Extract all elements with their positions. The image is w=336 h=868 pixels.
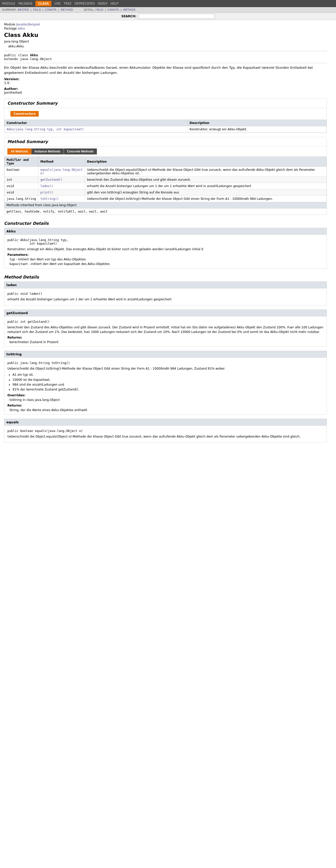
col-constructor-header: Constructor — [5, 120, 188, 126]
method-modifier-4: java.lang.String — [5, 196, 38, 202]
col-method-header: Method — [38, 157, 85, 167]
nav-class-active: CLASS — [35, 1, 52, 6]
summary-constr[interactable]: CONSTR — [45, 8, 57, 11]
constructor-detail-name: Akku — [4, 228, 327, 235]
author-section: Author: jornfreiheit — [4, 87, 327, 94]
method-tostring-list: A1 ein typ ist, 10000 ist die kapazitaet… — [7, 372, 324, 392]
method-modifier-0: boolean — [5, 167, 38, 177]
table-row: Akku(java.lang.String typ, int kapazitae… — [5, 126, 327, 133]
detail-method[interactable]: METHOD — [123, 8, 135, 11]
method-detail-getzustand: getZustand public int getZustand() berec… — [4, 310, 327, 347]
table-row: void print() gibt den von toString() erz… — [5, 189, 327, 196]
constructor-signature: public Akku(java.lang.String typ, int ka… — [7, 238, 324, 245]
method-link-0[interactable]: equals(java.lang.Object o) — [40, 168, 83, 175]
detail-field[interactable]: FIELD — [95, 8, 103, 11]
constructor-details-title: Constructor Details — [4, 219, 327, 228]
search-bar: SEARCH: — [0, 13, 336, 20]
method-laden-body: public void laden() erhoeht die Anzahl b… — [4, 288, 327, 306]
decl-line1: public class Akku — [4, 53, 327, 57]
module-label: Module — [4, 23, 16, 26]
method-tostring-overrides: toString in class java.lang.Object — [9, 398, 324, 402]
col-modifier-header: Modifier and Type — [5, 157, 38, 167]
constructor-summary-title: Constructor Summary — [4, 99, 327, 108]
constructor-params-label: Parameters: — [7, 253, 324, 256]
method-link-3[interactable]: print() — [40, 191, 54, 194]
constructor-summary-table: Constructor Description Akku(java.lang.S… — [4, 120, 327, 133]
nav-deprecated[interactable]: DEPRECATED — [74, 2, 95, 5]
method-laden-header: laden — [4, 282, 327, 288]
constructor-details-section: Constructor Details Akku public Akku(jav… — [4, 219, 327, 269]
inherited-header: Methods inherited from class java.lang.O… — [4, 202, 327, 209]
sep5: | — [121, 8, 122, 11]
method-desc-1: berechnet den Zustand des Akku-Objektes … — [85, 177, 326, 183]
search-label: SEARCH: — [121, 14, 136, 18]
method-equals-desc: Ueberschreibt die Object.equals(Object o… — [7, 434, 324, 439]
method-link-1[interactable]: getZustand() — [40, 178, 63, 182]
method-tostring-body: public java.lang.String toString() Ueber… — [4, 358, 327, 415]
method-getzustand-returns: berechneten Zustand in Prozent — [9, 340, 324, 344]
summary-navigation: SUMMARY: NESTED | FIELD | CONSTR | METHO… — [0, 7, 336, 13]
method-getzustand-desc: berechnet den Zustand des Akku-Objektes … — [7, 325, 324, 334]
constructor-desc: Konstruktor; erzeugt ein Akku-Objekt. — [187, 126, 326, 133]
nav-module[interactable]: MODULE — [2, 2, 15, 5]
author-value: jornfreiheit — [4, 91, 327, 94]
method-modifier-3: void — [5, 189, 38, 196]
decl-line2: extends java.lang.Object — [4, 57, 327, 61]
sep4: | — [105, 8, 106, 11]
main-content: Module JavadocBeispiel Package akku Clas… — [0, 20, 331, 449]
package-breadcrumb: Package akku — [4, 27, 327, 30]
search-input[interactable] — [139, 14, 215, 19]
package-label: Package — [4, 27, 18, 30]
summary-method[interactable]: METHOD — [61, 8, 73, 11]
class-description: Ein Objekt der Klasse Akku beschreibt ei… — [4, 65, 327, 75]
version-value: 1.0 — [4, 81, 327, 85]
method-details-section: Method Details laden public void laden()… — [4, 273, 327, 443]
method-modifier-1: int — [5, 177, 38, 183]
method-desc-3: gibt den von toString() erzeugten String… — [85, 189, 326, 196]
detail-label: DETAIL: — [84, 8, 94, 11]
method-summary-title: Method Summary — [4, 137, 327, 146]
table-row: int getZustand() berechnet den Zustand d… — [5, 177, 327, 183]
method-tostring-returns-label: Returns: — [7, 404, 324, 407]
method-name-2: laden() — [38, 183, 85, 189]
method-summary-table: Modifier and Type Method Description boo… — [4, 157, 327, 202]
nav-separator — [77, 8, 80, 11]
constructors-button[interactable]: Constructors — [10, 111, 39, 117]
tab-instance-methods[interactable]: Instance Methods — [31, 148, 64, 155]
method-laden-sig: public void laden() — [7, 292, 324, 296]
summary-field[interactable]: FIELD — [33, 8, 41, 11]
summary-nested[interactable]: NESTED — [18, 8, 29, 11]
method-tostring-overrides-label: Overrides: — [7, 394, 324, 397]
method-detail-laden: laden public void laden() erhoeht die An… — [4, 282, 327, 306]
method-details-title: Method Details — [4, 273, 327, 282]
constructor-param-kapazitaet: kapazitaet - initiiert den Wert von kapa… — [9, 262, 324, 266]
nav-package[interactable]: PACKAGE — [18, 2, 32, 5]
method-link-2[interactable]: laden() — [40, 184, 54, 188]
method-link-4[interactable]: toString() — [40, 197, 59, 200]
method-tostring-header: toString — [4, 351, 327, 358]
method-getzustand-returns-label: Returns: — [7, 336, 324, 339]
tab-concrete-methods[interactable]: Concrete Methods — [64, 148, 97, 155]
detail-constr[interactable]: CONSTR — [108, 8, 119, 11]
module-link[interactable]: JavadocBeispiel — [16, 23, 40, 26]
sep2: | — [42, 8, 43, 11]
method-summary-section: Method Summary All Methods Instance Meth… — [4, 137, 327, 215]
nav-use[interactable]: USE — [55, 2, 61, 5]
version-label: Version: — [4, 77, 327, 81]
version-section: Version: 1.0 — [4, 77, 327, 85]
package-link[interactable]: akku — [18, 27, 25, 30]
constructor-link[interactable]: Akku(java.lang.String typ, int kapazitae… — [7, 127, 84, 131]
constructor-detail-body: public Akku(java.lang.String typ, int ka… — [4, 235, 327, 269]
method-desc-4: Ueberschreibt die Object.toString()-Meth… — [85, 196, 326, 202]
nav-index[interactable]: INDEX — [98, 2, 108, 5]
method-name-3: print() — [38, 189, 85, 196]
tab-all-methods[interactable]: All Methods — [7, 148, 31, 155]
class-title: Class Akku — [4, 32, 327, 38]
method-equals-body: public boolean equals(java.lang.Object o… — [4, 426, 327, 443]
nav-help[interactable]: HELP — [111, 2, 118, 5]
list-item: 984 sind die anzahlLadungen und — [12, 382, 324, 387]
author-label: Author: — [4, 87, 327, 91]
method-desc-0: Ueberschreibt die Object.equals(Object o… — [85, 167, 326, 177]
nav-tree[interactable]: TREE — [64, 2, 71, 5]
table-row: boolean equals(java.lang.Object o) Ueber… — [5, 167, 327, 177]
